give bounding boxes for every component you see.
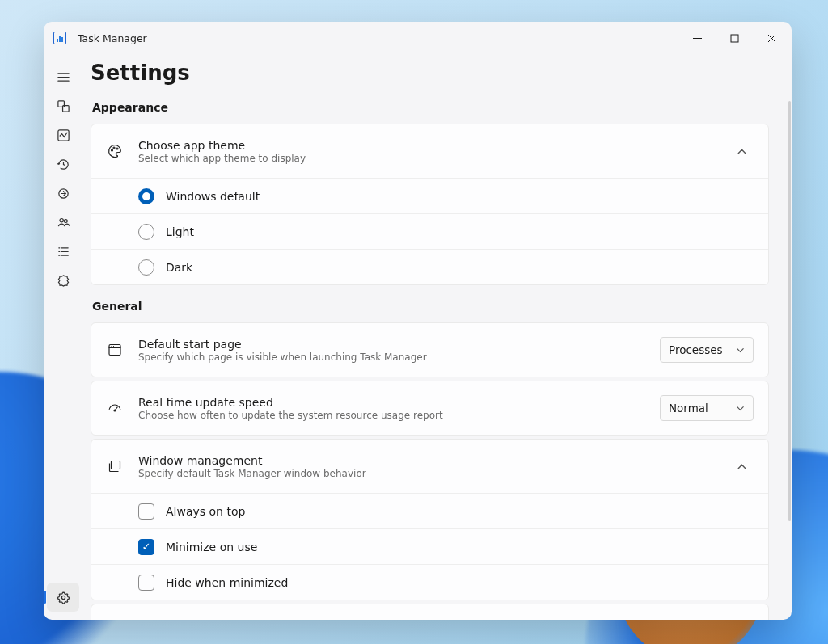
svg-rect-13 [112,461,120,469]
other-options-card: Other options [91,604,769,620]
nav-services[interactable] [47,266,79,295]
main-panel: Settings Appearance Choose app theme Sel… [82,54,792,620]
update-speed-select[interactable]: Normal [660,395,754,421]
nav-performance[interactable] [47,120,79,149]
start-page-select[interactable]: Processes [660,337,754,363]
window-controls [678,22,790,54]
nav-processes[interactable] [47,91,79,120]
option-hide-when-minimized[interactable]: Hide when minimized [91,564,768,600]
scrollbar[interactable] [788,101,791,521]
svg-rect-1 [57,100,64,107]
radio-label: Light [166,225,194,238]
option-always-on-top[interactable]: Always on top [91,493,768,528]
svg-point-6 [64,219,67,222]
windows-icon [106,458,124,474]
checkbox-always-on-top[interactable] [138,503,154,520]
start-page-card: Default start page Specify which page is… [91,322,769,377]
radio-label: Dark [166,261,192,274]
svg-rect-11 [109,345,120,356]
theme-option-windows-default[interactable]: Windows default [91,178,768,213]
svg-rect-0 [731,35,738,42]
checkbox-hide-when-minimized[interactable] [138,575,154,591]
start-page-row: Default start page Specify which page is… [91,323,768,377]
chevron-up-icon[interactable] [729,146,754,157]
svg-point-7 [61,596,65,599]
other-options-header[interactable]: Other options [91,604,768,620]
update-speed-row: Real time update speed Choose how often … [91,381,768,435]
checkbox-label: Hide when minimized [166,576,288,589]
chevron-up-icon[interactable] [729,461,754,472]
window-management-header[interactable]: Window management Specify default Task M… [91,440,768,493]
window-management-card: Window management Specify default Task M… [91,439,769,600]
svg-point-12 [114,410,116,411]
appearance-section-label: Appearance [92,101,769,114]
page-title: Settings [91,61,774,85]
update-speed-title: Real time update speed [138,396,645,409]
radio-windows-default[interactable] [138,188,154,204]
option-minimize-on-use[interactable]: Minimize on use [91,528,768,564]
window-management-title: Window management [138,454,715,467]
radio-dark[interactable] [138,259,154,276]
task-manager-window: Task Manager [44,22,792,620]
checkbox-minimize-on-use[interactable] [138,539,154,555]
svg-point-10 [116,148,118,149]
update-speed-card: Real time update speed Choose how often … [91,381,769,436]
app-logo-icon [53,32,66,44]
svg-rect-2 [62,105,69,112]
svg-point-8 [112,149,113,151]
nav-menu-button[interactable] [47,62,79,91]
checkbox-label: Minimize on use [166,541,257,554]
checkbox-label: Always on top [166,505,245,518]
nav-app-history[interactable] [47,149,79,179]
sidebar [44,54,82,620]
palette-icon [106,143,124,159]
close-button[interactable] [753,22,790,54]
theme-title: Choose app theme [138,139,715,152]
gauge-icon [106,400,124,416]
nav-users[interactable] [47,208,79,237]
theme-card: Choose app theme Select which app theme … [91,124,769,285]
window-title: Task Manager [78,32,147,44]
theme-header-row[interactable]: Choose app theme Select which app theme … [91,124,768,178]
nav-details[interactable] [47,237,79,266]
window-management-subtitle: Specify default Task Manager window beha… [138,468,715,479]
start-page-value: Processes [669,343,723,356]
start-page-title: Default start page [138,338,645,351]
theme-option-dark[interactable]: Dark [91,249,768,284]
maximize-button[interactable] [716,22,753,54]
theme-option-light[interactable]: Light [91,213,768,249]
minimize-button[interactable] [678,22,716,54]
start-page-subtitle: Specify which page is visible when launc… [138,351,645,363]
theme-subtitle: Select which app theme to display [138,153,715,164]
update-speed-value: Normal [669,402,708,415]
titlebar[interactable]: Task Manager [44,22,792,54]
page-icon [106,342,124,358]
nav-settings[interactable] [47,583,79,612]
update-speed-subtitle: Choose how often to update the system re… [138,410,645,421]
svg-point-5 [59,218,62,221]
radio-label: Windows default [166,190,260,203]
general-section-label: General [92,300,769,313]
radio-light[interactable] [138,224,154,240]
svg-point-9 [113,147,115,149]
nav-startup-apps[interactable] [47,179,79,208]
